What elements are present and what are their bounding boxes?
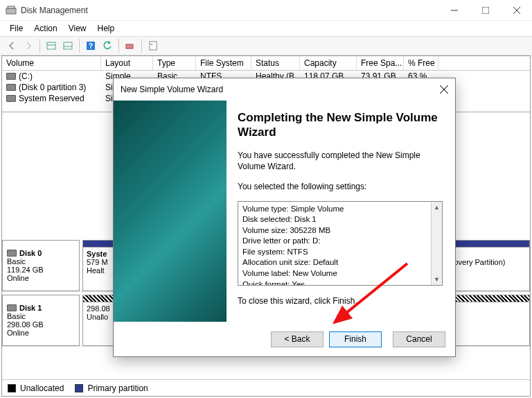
wizard-sidebar-graphic (114, 101, 227, 322)
svg-rect-3 (482, 7, 489, 14)
settings-line: Volume label: New Volume (242, 268, 438, 279)
wizard-content: Completing the New Simple Volume Wizard … (227, 101, 455, 322)
minimize-button[interactable] (438, 0, 470, 20)
wizard-dialog: New Simple Volume Wizard Completing the … (113, 78, 456, 357)
disk-header[interactable]: Disk 0 Basic 119.24 GB Online (2, 240, 80, 291)
properties-icon[interactable] (145, 38, 161, 53)
menu-help[interactable]: Help (92, 22, 121, 35)
back-icon[interactable] (4, 38, 19, 53)
cancel-button[interactable]: Cancel (393, 331, 445, 347)
wizard-title: New Simple Volume Wizard (121, 85, 440, 94)
settings-line: Disk selected: Disk 1 (242, 214, 438, 225)
wizard-text: To close this wizard, click Finish. (238, 295, 443, 307)
menu-file[interactable]: File (4, 22, 28, 35)
back-button[interactable]: < Back (271, 331, 323, 347)
legend-swatch-unallocated (8, 384, 16, 392)
svg-rect-6 (47, 42, 55, 49)
disk-icon (7, 304, 17, 311)
wizard-settings-box[interactable]: Volume type: Simple VolumeDisk selected:… (238, 201, 443, 286)
svg-rect-1 (8, 6, 15, 8)
action-icon[interactable] (123, 38, 138, 53)
wizard-heading: Completing the New Simple Volume Wizard (238, 110, 443, 140)
col-layout[interactable]: Layout (101, 56, 153, 70)
legend-label: Primary partition (87, 383, 148, 393)
volume-icon (6, 95, 16, 102)
wizard-button-row: < Back Finish Cancel (114, 322, 455, 356)
col-filesystem[interactable]: File System (196, 56, 251, 70)
settings-line: Drive letter or path: D: (242, 236, 438, 247)
refresh-icon[interactable] (100, 38, 115, 53)
forward-icon[interactable] (21, 38, 36, 53)
finish-button[interactable]: Finish (329, 331, 382, 347)
window-titlebar: Disk Management (0, 0, 532, 21)
close-icon[interactable] (440, 85, 448, 94)
wizard-text: You have successfully completed the New … (238, 150, 443, 173)
svg-rect-0 (6, 8, 16, 14)
wizard-text: You selected the following settings: (238, 181, 443, 193)
legend-swatch-primary (75, 384, 83, 392)
settings-line: Volume type: Simple Volume (242, 204, 438, 215)
volume-icon (6, 73, 16, 80)
svg-rect-12 (126, 44, 133, 49)
menu-bar: File Action View Help (0, 21, 532, 36)
menu-action[interactable]: Action (28, 22, 62, 35)
legend: Unallocated Primary partition (2, 379, 530, 396)
view-top-icon[interactable] (44, 38, 59, 53)
scrollbar[interactable] (431, 202, 442, 285)
settings-line: Allocation unit size: Default (242, 257, 438, 268)
wizard-titlebar: New Simple Volume Wizard (114, 78, 455, 101)
svg-text:?: ? (89, 42, 93, 50)
col-volume[interactable]: Volume (2, 56, 101, 70)
settings-line: Quick format: Yes (242, 279, 438, 286)
volume-name: (Disk 0 partition 3) (19, 83, 86, 92)
col-free[interactable]: Free Spa... (357, 56, 404, 70)
maximize-button[interactable] (470, 0, 501, 20)
recovery-partition[interactable]: covery Partition) (446, 248, 529, 291)
legend-label: Unallocated (20, 383, 64, 393)
svg-point-14 (151, 44, 152, 45)
volume-name: System Reserved (19, 94, 85, 103)
help-icon[interactable]: ? (83, 38, 98, 53)
col-status[interactable]: Status (251, 56, 300, 70)
settings-line: Volume size: 305228 MB (242, 225, 438, 236)
svg-rect-8 (64, 42, 72, 49)
col-type[interactable]: Type (153, 56, 196, 70)
col-pctfree[interactable]: % Free (404, 56, 438, 70)
close-button[interactable] (501, 0, 532, 20)
view-bottom-icon[interactable] (60, 38, 76, 53)
app-icon (6, 5, 17, 16)
disk-label: Disk 1 (19, 304, 42, 312)
toolbar: ? (0, 36, 532, 55)
menu-view[interactable]: View (63, 22, 92, 35)
volume-name: (C:) (19, 71, 33, 81)
svg-rect-13 (150, 42, 157, 50)
disk-label: Disk 0 (19, 249, 42, 257)
volume-icon (6, 84, 16, 91)
window-title: Disk Management (21, 6, 438, 15)
disk-icon (7, 250, 17, 257)
settings-line: File system: NTFS (242, 247, 438, 258)
col-capacity[interactable]: Capacity (300, 56, 357, 70)
disk-header[interactable]: Disk 1 Basic 298.08 GB Online (2, 295, 80, 346)
volume-list-header: Volume Layout Type File System Status Ca… (2, 56, 530, 71)
